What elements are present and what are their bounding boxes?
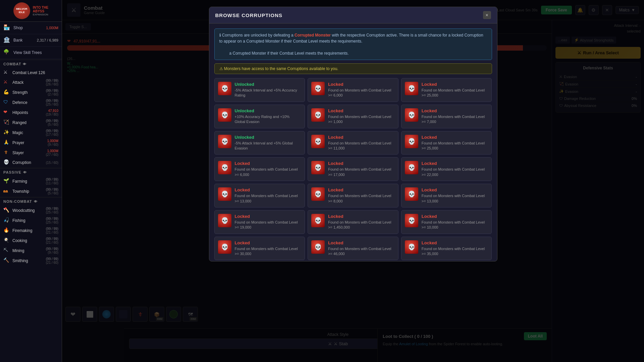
corruption-info-0: Unlocked-5% Attack Interval and +5% Accu…: [235, 82, 302, 98]
corruption-desc-10: Found on Monsters with Combat Level >= 1…: [328, 167, 395, 177]
sidebar-item-farming[interactable]: 🌱 Farming (99 / 99)(11 / 60): [0, 176, 62, 186]
corruption-card-1: LockedFound on Monsters with Combat Leve…: [308, 78, 398, 102]
corruption-status-15: Locked: [235, 214, 302, 219]
corruption-desc-14: Found on Monsters with Combat Level >= 1…: [422, 193, 488, 204]
corruption-image-11: [405, 161, 418, 174]
corruption-image-13: [311, 187, 325, 201]
shop-label: Shop: [13, 25, 46, 30]
corruption-status-12: Locked: [235, 187, 302, 192]
corruption-info-10: LockedFound on Monsters with Combat Leve…: [328, 161, 395, 177]
corruption-info-19: LockedFound on Monsters with Combat Leve…: [328, 240, 395, 257]
sidebar-item-shop[interactable]: 🏪 Shop 1,000M: [0, 22, 62, 34]
corruption-desc-1: Found on Monsters with Combat Level >= 6…: [328, 88, 395, 98]
slayer-name: Slayer: [12, 150, 46, 155]
modal-close-button[interactable]: ×: [483, 11, 491, 19]
shop-icon: 🏪: [3, 24, 11, 32]
corruption-info-15: LockedFound on Monsters with Combat Leve…: [235, 214, 302, 230]
corruption-name: Corruption: [12, 160, 46, 165]
attack-icon: ⚔: [3, 79, 10, 86]
browse-corruptions-modal: BROWSE CORRUPTIONS × ℹ Corruptions are u…: [209, 7, 497, 261]
fishing-name: Fishing: [12, 218, 46, 223]
township-name: Township: [12, 189, 46, 194]
sidebar-item-woodcutting[interactable]: 🪓 Woodcutting (99 / 99)(25 / 60): [0, 205, 62, 216]
cooking-levels: (99 / 99)(21 / 60): [46, 237, 58, 244]
noncombat-section-header: NON-COMBAT 👁: [0, 197, 62, 205]
corruption-image-8: [405, 135, 418, 148]
corruption-desc-4: Found on Monsters with Combat Level >= 1…: [328, 114, 395, 125]
corruption-icon: 💀: [3, 159, 10, 166]
sidebar-item-attack[interactable]: ⚔ Attack (99 / 99)(26 / 60): [0, 77, 62, 87]
ranged-name: Ranged: [12, 120, 46, 125]
cooking-name: Cooking: [12, 238, 46, 243]
magic-icon: ✨: [3, 129, 10, 136]
modal-body[interactable]: ℹ Corruptions are unlocked by defeating …: [209, 23, 497, 261]
corruption-card-11: LockedFound on Monsters with Combat Leve…: [401, 157, 492, 181]
corruption-card-8: LockedFound on Monsters with Combat Leve…: [401, 131, 492, 155]
corruption-image-18: [218, 240, 231, 254]
corruption-desc-8: Found on Monsters with Combat Level >= 2…: [422, 141, 488, 151]
sidebar-item-skill-trees[interactable]: 🌳 View Skill Trees: [0, 47, 62, 59]
modal-overlay[interactable]: BROWSE CORRUPTIONS × ℹ Corruptions are u…: [62, 0, 644, 362]
corruption-info-17: LockedFound on Monsters with Combat Leve…: [422, 214, 488, 230]
sidebar-item-cooking[interactable]: 🍳 Cooking (99 / 99)(21 / 60): [0, 236, 62, 246]
corruption-card-3: Unlocked+10% Accuracy Rating and +10% Gl…: [214, 105, 305, 128]
mining-icon: ⛏: [3, 247, 10, 254]
corruption-card-12: LockedFound on Monsters with Combat Leve…: [214, 184, 305, 207]
corruption-info-2: LockedFound on Monsters with Combat Leve…: [422, 82, 488, 98]
sidebar-item-corruption[interactable]: 💀 Corruption (15 / 60): [0, 158, 62, 167]
sidebar-item-strength[interactable]: 💪 Strength (99 / 99)(2 / 60): [0, 87, 62, 98]
fishing-icon: 🎣: [3, 217, 10, 224]
corruption-desc-5: Found on Monsters with Combat Level >= 7…: [422, 114, 488, 125]
info-banner: ℹ Corruptions are unlocked by defeating …: [214, 28, 492, 60]
corruption-card-20: LockedFound on Monsters with Combat Leve…: [401, 237, 492, 260]
skill-trees-label: View Skill Trees: [13, 50, 58, 55]
corruption-desc-0: -5% Attack Interval and +5% Accuracy Rat…: [235, 88, 302, 98]
corruption-image-2: [405, 82, 418, 95]
sidebar-item-hitpoints[interactable]: ❤ Hitpoints 47,910(19 / 80): [0, 108, 62, 118]
sidebar-item-fishing[interactable]: 🎣 Fishing (99 / 99)(25 / 60): [0, 216, 62, 226]
sidebar-item-firemaking[interactable]: 🔥 Firemaking (99 / 99)(21 / 60): [0, 226, 62, 236]
sidebar-combat-level: ⚔ Combat Level 126: [0, 68, 62, 77]
corruption-info-7: LockedFound on Monsters with Combat Leve…: [328, 135, 395, 151]
corruption-info-18: LockedFound on Monsters with Combat Leve…: [235, 240, 302, 257]
sidebar-item-township[interactable]: 🏘 Township (99 / 99)(5 / 60): [0, 186, 62, 196]
attack-levels: (99 / 99)(26 / 60): [46, 79, 58, 86]
corruption-image-9: [218, 161, 231, 174]
sidebar-item-slayer[interactable]: 🗡 Slayer 1,000M(27 / 60): [0, 148, 62, 158]
sidebar-item-bank[interactable]: 🏦 Bank 2,317 / 6,989: [0, 34, 62, 47]
corruption-grid: Unlocked-5% Attack Interval and +5% Accu…: [214, 78, 492, 261]
logo-icon: MELVORIDLE: [13, 2, 30, 19]
sidebar-item-prayer[interactable]: 🙏 Prayer 1,000M(9 / 60): [0, 138, 62, 148]
smithing-name: Smithing: [12, 258, 46, 263]
corruption-image-1: [311, 82, 325, 95]
hitpoints-levels: 47,910(19 / 80): [46, 109, 58, 116]
corruption-image-16: [311, 214, 325, 227]
fishing-levels: (99 / 99)(25 / 60): [46, 217, 58, 224]
corruption-info-1: LockedFound on Monsters with Combat Leve…: [328, 82, 395, 98]
sidebar-item-smithing[interactable]: 🔨 Smithing (99 / 99)(21 / 60): [0, 256, 62, 266]
prayer-name: Prayer: [12, 140, 47, 145]
corruption-status-9: Locked: [235, 161, 302, 166]
corruption-status-16: Locked: [328, 214, 395, 219]
warn-icon: ⚠: [219, 66, 223, 71]
hitpoints-name: Hitpoints: [12, 110, 46, 115]
main-area: ⚔ Combat Game Guide Last Cloud Save 5m 3…: [62, 0, 644, 362]
farming-levels: (99 / 99)(11 / 60): [46, 178, 58, 185]
corruption-desc-16: Found on Monsters with Combat Level >= 1…: [328, 220, 395, 230]
corruption-info-6: Unlocked-5% Attack Interval and +5% Glob…: [235, 135, 302, 151]
corruption-status-0: Unlocked: [235, 82, 302, 87]
attack-name: Attack: [12, 80, 46, 85]
corruption-status-4: Locked: [328, 108, 395, 113]
corruption-info-13: LockedFound on Monsters with Combat Leve…: [328, 187, 395, 204]
sidebar-item-mining[interactable]: ⛏ Mining (99 / 99)(9 / 60): [0, 246, 62, 256]
corruption-status-19: Locked: [328, 240, 395, 245]
sidebar-item-magic[interactable]: ✨ Magic (99 / 99)(17 / 60): [0, 128, 62, 138]
app-logo: MELVORIDLE INTO THE ABYSS EXPANSION: [0, 0, 62, 22]
sidebar-item-ranged[interactable]: 🏹 Ranged (99 / 99)(5 / 60): [0, 118, 62, 128]
corruption-info-14: LockedFound on Monsters with Combat Leve…: [422, 187, 488, 204]
corruption-image-5: [405, 108, 418, 122]
sidebar-item-defence[interactable]: 🛡 Defence (99 / 99)(25 / 60): [0, 98, 62, 108]
corruption-status-17: Locked: [422, 214, 488, 219]
firemaking-name: Firemaking: [12, 228, 46, 233]
woodcutting-icon: 🪓: [3, 207, 10, 214]
